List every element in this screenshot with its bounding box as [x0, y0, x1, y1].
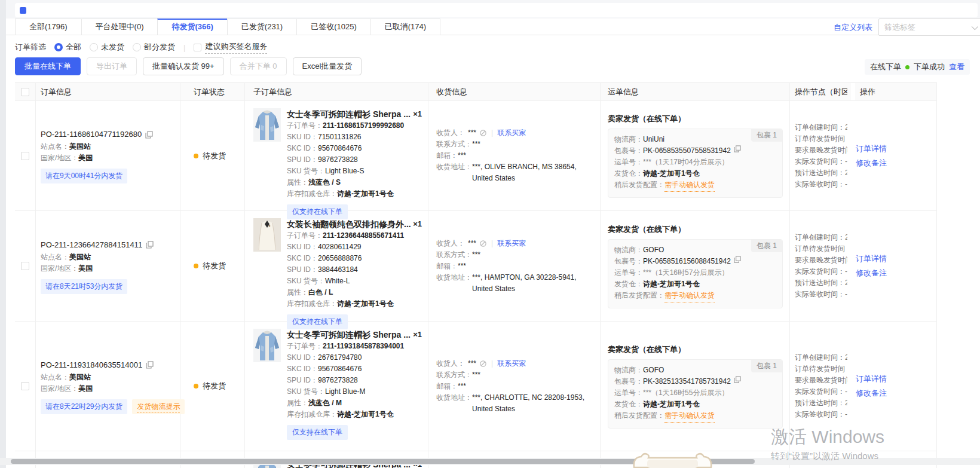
spu-id-value: 9876273828 [318, 375, 358, 386]
logistics-tip-badge[interactable]: 发货物流提示 [132, 399, 185, 414]
eye-off-icon[interactable] [479, 129, 487, 137]
radio-all[interactable]: 全部 [54, 42, 81, 53]
tab-signed[interactable]: 已签收(1025) [296, 19, 371, 35]
row-checkbox[interactable] [21, 152, 29, 160]
manual-confirm-link[interactable]: 需手动确认发货 [664, 179, 715, 192]
radio-icon[interactable] [90, 43, 98, 51]
customize-list-link[interactable]: 自定义列表 [834, 22, 872, 33]
region-label: 国家/地区： [41, 263, 78, 274]
sub-order-label: 子订单号： [287, 120, 323, 131]
package-no-label: 包裹号： [614, 145, 643, 157]
provider-value: UniUni [643, 134, 664, 145]
product-image[interactable] [253, 329, 281, 362]
order-detail-link[interactable]: 订单详情 [856, 143, 936, 155]
stock-warehouse-value: 诗越-芝加哥1号仓 [337, 188, 394, 200]
radio-icon[interactable] [133, 43, 141, 51]
site-label: 站点名： [41, 252, 69, 263]
batch-confirm-ship-button[interactable]: 批量确认发货 99+ [143, 57, 224, 75]
header-op-nodes: 操作节点（时区：U [795, 87, 847, 97]
waybill-cell: 卖家发货（在线下单） 包裹 1 物流商：GOFO 包裹号：PK-38251335… [601, 322, 790, 451]
edit-remark-link[interactable]: 修改备注 [856, 267, 936, 279]
tab-platform-processing[interactable]: 平台处理中(0) [81, 19, 158, 35]
radio-label: 未发货 [101, 42, 124, 53]
filter-tag-select[interactable]: 筛选标签 [878, 19, 980, 36]
attrs-label: 属性： [287, 397, 308, 409]
radio-partial-shipped[interactable]: 部分发货 [133, 42, 175, 53]
tab-to-ship[interactable]: 待发货(366) [157, 19, 227, 35]
address-label: 收货地址： [436, 272, 472, 283]
sku-code-label: SKU 货号： [287, 166, 325, 177]
sku-code-label: SKU 货号： [287, 386, 325, 397]
site-value: 美国站 [69, 372, 91, 383]
receiver-label: 收货人： [436, 358, 465, 369]
edit-remark-link[interactable]: 修改备注 [856, 387, 936, 399]
tab-cancelled[interactable]: 已取消(174) [370, 19, 440, 35]
eye-off-icon[interactable] [479, 360, 487, 368]
receiver-cell: 收货人： *** | 联系买家 联系方式：*** 邮箱：*** 收货地址：***… [428, 322, 601, 451]
edit-remark-link[interactable]: 修改备注 [856, 157, 936, 169]
copy-icon[interactable] [145, 131, 153, 139]
excel-batch-ship-button[interactable]: Excel批量发货 [293, 57, 362, 75]
tab-all[interactable]: 全部(1796) [15, 19, 82, 35]
receiver-label: 收货人： [436, 127, 465, 139]
divider: | [491, 127, 493, 139]
receiver-cell: 收货人： *** | 联系买家 联系方式：*** 邮箱：*** 收货地址：***… [428, 101, 601, 211]
email-label: 邮箱： [436, 261, 458, 272]
row-checkbox[interactable] [21, 382, 29, 390]
product-title[interactable]: 女装长袖翻领纯色双排扣修身外... [287, 218, 411, 230]
batch-online-order-button[interactable]: 批量在线下单 [15, 57, 81, 75]
order-status-cell: 待发货 [180, 322, 245, 451]
waybill-title: 卖家发货（在线下单） [608, 344, 789, 355]
copy-icon[interactable] [734, 145, 741, 152]
copy-icon[interactable] [146, 361, 154, 369]
tracking-value: ***（1天16时57分后展示） [643, 267, 728, 279]
view-link[interactable]: 查看 [949, 62, 964, 72]
radio-icon[interactable] [54, 43, 63, 51]
merge-order-button[interactable]: 合并下单 0 [230, 57, 287, 75]
address-value: ***, CHARLOTTE, NC 28208-1953, United St… [472, 392, 594, 415]
tab-shipped[interactable]: 已发货(231) [227, 19, 297, 35]
manual-confirm-link[interactable]: 需手动确认发货 [664, 410, 715, 423]
contact-buyer-link[interactable]: 联系买家 [497, 358, 526, 369]
order-info-cell: PO-211-11931840635514001 站点名：美国站 国家/地区：美… [36, 322, 180, 451]
contact-buyer-link[interactable]: 联系买家 [497, 238, 526, 249]
export-orders-button[interactable]: 导出订单 [87, 57, 137, 75]
skc-id-value: 20656888876 [318, 253, 362, 264]
order-info-cell: PO-211-11686104771192680 站点名：美国站 国家/地区：美… [36, 101, 180, 211]
package-no-value: PK-0658535507558531942 [643, 145, 731, 157]
product-title[interactable]: 女士冬季可拆卸连帽衫 Sherpa ... [287, 329, 411, 341]
waybill-card: 包裹 1 物流商：UniUni 包裹号：PK-06585355075585319… [608, 129, 783, 198]
product-title[interactable]: 女士冬季可拆卸连帽衫 Sherpa ... [287, 108, 411, 120]
op-node-lines: 订单创建时间：202 订单待发货时间：2 要求最晚发货时间： 实际发货时间：- … [795, 122, 847, 190]
ship-deadline-badge: 请在9天00时41分内发货 [41, 169, 127, 183]
status-orange-dot [194, 384, 198, 389]
contact-buyer-link[interactable]: 联系买家 [497, 127, 526, 139]
table-header: 订单信息 订单状态 子订单信息 收货信息 运单信息 操作节点（时区：U 操作 [15, 83, 937, 101]
product-image[interactable] [253, 108, 281, 142]
product-image[interactable] [253, 218, 281, 252]
receiver-name: *** [468, 358, 476, 369]
select-all-checkbox[interactable] [21, 88, 29, 96]
copy-icon[interactable] [734, 256, 741, 263]
signature-service-checkbox[interactable]: 建议购买签名服务 [194, 41, 267, 54]
spu-id-value: 3884463184 [318, 264, 358, 276]
radio-not-shipped[interactable]: 未发货 [90, 42, 124, 53]
copy-icon[interactable] [146, 241, 154, 249]
decorative-illustration [629, 451, 716, 468]
announcement-icon [20, 7, 26, 14]
order-detail-link[interactable]: 订单详情 [856, 253, 936, 265]
copy-icon[interactable] [734, 376, 741, 383]
skc-id-value: 95670864676 [318, 143, 362, 154]
package-no-label: 包裹号： [614, 256, 643, 267]
site-label: 站点名： [41, 372, 69, 383]
checkbox-icon[interactable] [194, 44, 201, 51]
manual-confirm-link[interactable]: 需手动确认发货 [664, 290, 715, 302]
skc-id-label: SKC ID： [287, 253, 318, 264]
row-checkbox[interactable] [21, 262, 29, 270]
eye-off-icon[interactable] [479, 240, 487, 247]
order-detail-link[interactable]: 订单详情 [856, 373, 936, 385]
region-value: 美国 [78, 152, 93, 164]
order-status-cell: 待发货 [180, 211, 245, 322]
online-order-result: 下单成功 [914, 62, 945, 72]
online-only-tag: 仅支持在线下单 [287, 425, 348, 440]
